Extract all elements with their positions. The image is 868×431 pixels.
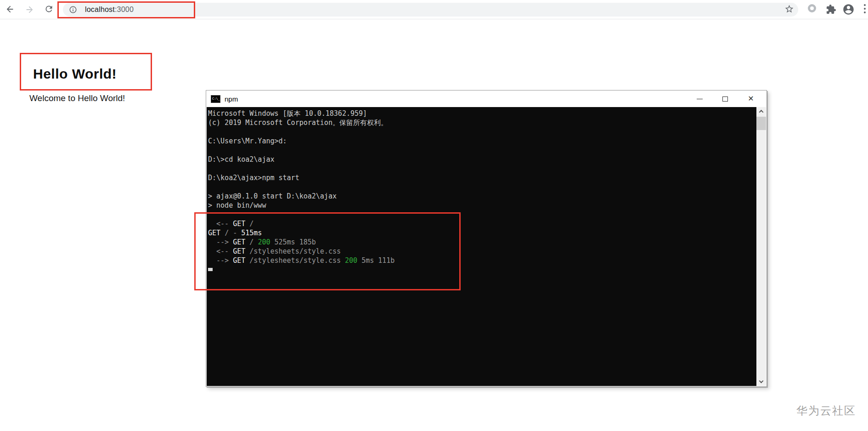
terminal-titlebar[interactable]: C:\_ npm ✕	[206, 91, 767, 107]
page-subtitle: Welcome to Hello World!	[29, 93, 125, 103]
page-title: Hello World!	[33, 66, 117, 82]
chevron-up-icon	[759, 110, 764, 114]
cmd-prompt-icon: C:\_	[211, 95, 220, 103]
close-button[interactable]: ✕	[738, 91, 764, 107]
bookmark-star-button[interactable]	[784, 5, 794, 15]
profile-avatar-button[interactable]	[842, 3, 855, 17]
terminal-output: Microsoft Windows [版本 10.0.18362.959](c)…	[208, 109, 755, 274]
scroll-down-button[interactable]	[756, 377, 766, 386]
terminal-scrollbar[interactable]	[756, 107, 766, 386]
url-host: localhost	[85, 6, 115, 13]
chevron-down-icon	[759, 379, 764, 383]
browser-toolbar: localhost:3000	[0, 0, 868, 19]
close-icon: ✕	[748, 95, 754, 102]
maximize-icon	[722, 96, 728, 102]
terminal-window: C:\_ npm ✕ Microsoft Windows [版本 10.0.18…	[206, 90, 767, 387]
extension-ring-icon[interactable]	[808, 4, 816, 12]
avatar-icon	[842, 10, 855, 17]
terminal-console[interactable]: Microsoft Windows [版本 10.0.18362.959](c)…	[207, 107, 766, 386]
maximize-button[interactable]	[712, 91, 738, 107]
minimize-icon	[697, 99, 703, 99]
url-text: localhost:3000	[85, 6, 134, 14]
address-bar[interactable]: localhost:3000	[63, 3, 798, 17]
terminal-title: npm	[225, 95, 238, 103]
refresh-button[interactable]	[42, 3, 55, 16]
forward-button[interactable]	[23, 3, 36, 16]
window-controls: ✕	[687, 91, 764, 107]
star-icon	[784, 4, 794, 15]
watermark: 华为云社区	[796, 403, 856, 418]
scrollbar-thumb[interactable]	[756, 117, 766, 130]
back-arrow-icon	[5, 4, 15, 16]
puzzle-icon	[826, 9, 836, 16]
extensions-puzzle-button[interactable]	[826, 4, 836, 16]
scroll-up-button[interactable]	[756, 107, 766, 116]
url-port: :3000	[115, 6, 134, 13]
refresh-icon	[44, 4, 54, 15]
site-info-icon[interactable]	[69, 6, 77, 14]
back-button[interactable]	[4, 3, 17, 16]
terminal-cursor	[208, 268, 213, 271]
browser-menu-kebab-button[interactable]	[864, 4, 866, 15]
minimize-button[interactable]	[687, 91, 712, 107]
forward-arrow-icon	[24, 5, 34, 15]
